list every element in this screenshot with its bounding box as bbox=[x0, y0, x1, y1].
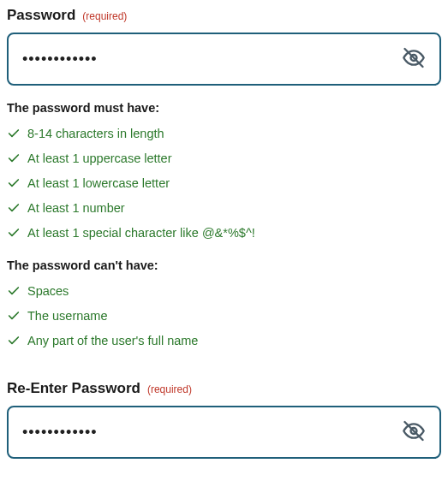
req-text: At least 1 uppercase letter bbox=[27, 151, 171, 165]
req-text: 8-14 characters in length bbox=[27, 127, 164, 140]
list-item: The username bbox=[7, 309, 441, 323]
check-icon bbox=[7, 127, 21, 140]
eye-off-icon bbox=[402, 419, 426, 446]
confirm-password-required-tag: (required) bbox=[147, 383, 192, 395]
list-item: Any part of the user's full name bbox=[7, 334, 441, 347]
confirm-password-field-group: Re-Enter Password (required) bbox=[7, 380, 441, 459]
list-item: At least 1 number bbox=[7, 201, 441, 215]
password-input[interactable] bbox=[7, 33, 441, 86]
check-icon bbox=[7, 309, 21, 323]
list-item: At least 1 lowercase letter bbox=[7, 176, 441, 190]
password-label: Password bbox=[7, 7, 75, 24]
req-text: Spaces bbox=[27, 284, 69, 298]
confirm-password-label: Re-Enter Password bbox=[7, 380, 140, 397]
password-input-wrapper bbox=[7, 33, 441, 86]
toggle-password-visibility-button[interactable] bbox=[397, 41, 431, 78]
must-have-heading: The password must have: bbox=[7, 101, 441, 115]
check-icon bbox=[7, 334, 21, 347]
cant-have-list: Spaces The username Any part of the user… bbox=[7, 284, 441, 347]
req-text: At least 1 lowercase letter bbox=[27, 176, 170, 190]
confirm-password-input[interactable] bbox=[7, 406, 441, 459]
list-item: 8-14 characters in length bbox=[7, 127, 441, 140]
req-text: At least 1 special character like @&*%$^… bbox=[27, 226, 255, 240]
check-icon bbox=[7, 201, 21, 215]
eye-off-icon bbox=[402, 46, 426, 73]
check-icon bbox=[7, 226, 21, 240]
password-cant-have-section: The password can't have: Spaces The user… bbox=[7, 258, 441, 347]
list-item: Spaces bbox=[7, 284, 441, 298]
req-text: At least 1 number bbox=[27, 201, 125, 215]
password-field-group: Password (required) bbox=[7, 7, 441, 86]
cant-have-heading: The password can't have: bbox=[7, 258, 441, 272]
password-must-have-section: The password must have: 8-14 characters … bbox=[7, 101, 441, 240]
confirm-password-label-row: Re-Enter Password (required) bbox=[7, 380, 441, 397]
must-have-list: 8-14 characters in length At least 1 upp… bbox=[7, 127, 441, 240]
confirm-password-input-wrapper bbox=[7, 406, 441, 459]
check-icon bbox=[7, 151, 21, 165]
req-text: Any part of the user's full name bbox=[27, 334, 198, 347]
req-text: The username bbox=[27, 309, 108, 323]
password-required-tag: (required) bbox=[82, 10, 127, 22]
list-item: At least 1 uppercase letter bbox=[7, 151, 441, 165]
toggle-confirm-password-visibility-button[interactable] bbox=[397, 414, 431, 451]
list-item: At least 1 special character like @&*%$^… bbox=[7, 226, 441, 240]
check-icon bbox=[7, 284, 21, 298]
check-icon bbox=[7, 176, 21, 190]
password-label-row: Password (required) bbox=[7, 7, 441, 24]
